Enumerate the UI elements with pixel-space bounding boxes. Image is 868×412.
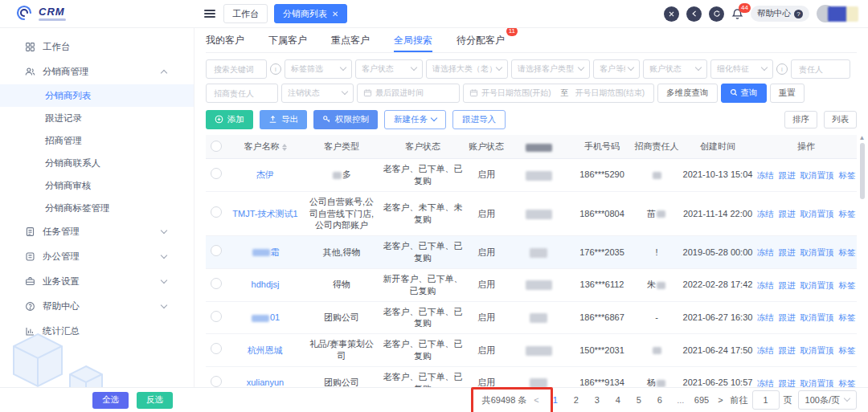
action-取消置顶[interactable]: 取消置顶 <box>800 208 834 219</box>
action-冻结[interactable]: 冻结 <box>757 208 774 219</box>
搜索关键词-field[interactable] <box>206 59 267 79</box>
tab-待分配客户[interactable]: 待分配客户11 <box>457 28 505 52</box>
menu-toggle-icon[interactable] <box>204 7 215 19</box>
customer-name-link[interactable]: TMJT-技术测试1 <box>232 209 297 218</box>
跟进导入-button[interactable]: 跟进导入 <box>452 110 506 129</box>
action-冻结[interactable]: 冻结 <box>757 345 774 356</box>
select-all-checkbox[interactable] <box>211 141 222 152</box>
权限控制-button[interactable]: 权限控制 <box>313 110 378 129</box>
tab-我的客户[interactable]: 我的客户 <box>206 28 244 52</box>
客户等级-field[interactable]: 客户等级 <box>593 59 640 79</box>
customer-name-link[interactable]: 霜 <box>252 247 280 257</box>
info-icon[interactable]: i <box>270 63 281 75</box>
action-取消置顶[interactable]: 取消置顶 <box>800 312 834 323</box>
page-size-select[interactable]: 100条/页 <box>798 390 857 410</box>
customer-name-link[interactable]: 杭州恩城 <box>248 345 283 355</box>
tab-重点客户[interactable]: 重点客户 <box>331 28 370 52</box>
window-tab[interactable]: 工作台 <box>223 4 268 23</box>
prev-page-button[interactable]: < <box>532 395 540 405</box>
page-number[interactable]: 6 <box>651 392 669 408</box>
window-tab[interactable]: 分销商列表✕ <box>274 4 347 23</box>
标签筛选-field[interactable]: 标签筛选 <box>285 59 352 79</box>
排序-button[interactable]: 排序 <box>784 111 817 128</box>
help-center-button[interactable]: 帮助中心? <box>751 6 809 22</box>
查询-button[interactable]: 查询 <box>721 84 767 103</box>
action-取消置顶[interactable]: 取消置顶 <box>800 169 834 181</box>
action-标签[interactable]: 标签 <box>839 208 856 219</box>
客户状态-field[interactable]: 客户状态 <box>355 59 423 79</box>
action-取消置顶[interactable]: 取消置顶 <box>800 345 834 356</box>
action-标签[interactable]: 标签 <box>839 247 856 258</box>
vertical-scrollbar[interactable]: ▲ ▼ <box>858 135 866 412</box>
text-input[interactable] <box>212 64 260 75</box>
close-all-icon[interactable] <box>664 6 679 22</box>
sidebar-item-任务管理[interactable]: 任务管理 <box>0 219 194 244</box>
sidebar-item-帮助中心[interactable]: 帮助中心 <box>0 294 194 319</box>
action-跟进[interactable]: 跟进 <box>779 208 796 219</box>
sidebar-item-分销商标签管理[interactable]: 分销商标签管理 <box>0 197 194 219</box>
action-跟进[interactable]: 跟进 <box>779 312 796 323</box>
action-标签[interactable]: 标签 <box>839 279 856 291</box>
scroll-up-icon[interactable]: ▲ <box>859 135 866 141</box>
row-checkbox[interactable] <box>211 343 222 354</box>
tab-下属客户[interactable]: 下属客户 <box>268 28 307 52</box>
账户状态-field[interactable]: 账户状态 <box>643 59 707 79</box>
action-冻结[interactable]: 冻结 <box>757 247 774 258</box>
row-checkbox[interactable] <box>211 245 222 256</box>
action-跟进[interactable]: 跟进 <box>779 247 796 258</box>
column-header[interactable]: 客户名称 <box>227 135 304 159</box>
sort-asc-icon[interactable] <box>282 144 287 147</box>
action-跟进[interactable]: 跟进 <box>779 279 796 291</box>
新建任务-button[interactable]: 新建任务 <box>384 110 446 129</box>
row-checkbox[interactable] <box>211 376 222 387</box>
action-冻结[interactable]: 冻结 <box>757 312 774 323</box>
row-checkbox[interactable] <box>211 311 222 322</box>
row-checkbox[interactable] <box>211 206 222 218</box>
row-checkbox[interactable] <box>211 278 222 289</box>
action-标签[interactable]: 标签 <box>839 169 856 181</box>
列表-button[interactable]: 列表 <box>824 111 857 128</box>
请选择大类（老）-field[interactable]: 请选择大类（老） <box>426 59 508 79</box>
page-number[interactable]: 3 <box>588 392 606 408</box>
action-标签[interactable]: 标签 <box>839 345 856 356</box>
back-icon[interactable] <box>686 6 702 22</box>
page-number[interactable]: 2 <box>567 392 585 408</box>
action-取消置顶[interactable]: 取消置顶 <box>800 279 834 291</box>
sidebar-item-办公管理[interactable]: 办公管理 <box>0 244 194 269</box>
close-tab-icon[interactable]: ✕ <box>332 10 338 18</box>
customer-name-link[interactable]: 杰伊 <box>256 169 274 179</box>
细化特征-field[interactable]: 细化特征 <box>710 59 773 79</box>
page-number[interactable]: 4 <box>609 392 627 408</box>
customer-name-link[interactable]: xulianyun <box>247 377 284 387</box>
select-all-button[interactable]: 全选 <box>92 392 129 409</box>
page-number[interactable]: 695 <box>693 392 710 408</box>
最后跟进时间-field[interactable]: 最后跟进时间 <box>357 84 460 103</box>
请选择客户类型-field[interactable]: 请选择客户类型 <box>511 59 590 79</box>
refresh-icon[interactable] <box>709 6 724 22</box>
sidebar-item-招商管理[interactable]: 招商管理 <box>0 129 194 152</box>
多维度查询-button[interactable]: 多维度查询 <box>657 84 718 103</box>
action-取消置顶[interactable]: 取消置顶 <box>800 247 834 258</box>
sidebar-item-分销商列表[interactable]: 分销商列表 <box>0 84 194 107</box>
sidebar-item-分销商联系人[interactable]: 分销商联系人 <box>0 152 194 174</box>
重置-button[interactable]: 重置 <box>770 84 805 103</box>
sort-desc-icon[interactable] <box>282 148 287 151</box>
招商责任人-field[interactable] <box>206 84 278 103</box>
invert-selection-button[interactable]: 反选 <box>137 392 173 409</box>
sidebar-item-跟进记录[interactable]: 跟进记录 <box>0 107 194 129</box>
scrollbar-thumb[interactable] <box>860 143 865 199</box>
action-标签[interactable]: 标签 <box>839 312 856 323</box>
goto-page-input[interactable] <box>752 390 780 410</box>
导出-button[interactable]: 导出 <box>260 110 307 129</box>
text-input[interactable] <box>797 64 844 75</box>
customer-name-link[interactable]: 01 <box>251 312 280 322</box>
添加-button[interactable]: 添加 <box>206 110 253 129</box>
sidebar-item-业务设置[interactable]: 业务设置 <box>0 269 194 294</box>
action-跟进[interactable]: 跟进 <box>779 345 796 356</box>
action-冻结[interactable]: 冻结 <box>757 169 774 181</box>
row-checkbox[interactable] <box>211 168 222 179</box>
customer-name-link[interactable]: hdhdjsj <box>252 279 280 289</box>
sidebar-item-工作台[interactable]: 工作台 <box>0 35 194 59</box>
page-number[interactable]: 5 <box>630 392 648 408</box>
action-跟进[interactable]: 跟进 <box>779 169 796 181</box>
